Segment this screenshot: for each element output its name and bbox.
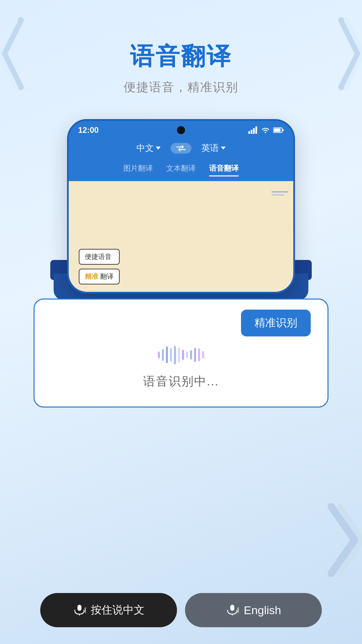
page-subtitle: 便捷语音，精准识别 — [0, 79, 362, 96]
phone-mockup-container: 12:00 — [44, 119, 318, 293]
battery-icon — [273, 127, 284, 133]
page-title: 语音翻译 — [0, 40, 362, 72]
svg-point-4 — [265, 132, 266, 133]
svg-rect-2 — [253, 128, 255, 134]
lang-from-button[interactable]: 中文 — [136, 142, 161, 154]
phone-frame: 12:00 — [67, 119, 295, 293]
status-bar: 12:00 — [69, 121, 293, 138]
svg-rect-21 — [77, 605, 81, 611]
bottom-buttons-container: 按住说中文 English — [0, 593, 362, 627]
svg-rect-3 — [255, 126, 257, 134]
tabs-bar: 图片翻译 文本翻译 语音翻译 — [69, 159, 293, 181]
svg-rect-7 — [274, 128, 281, 132]
speech-bubbles: 便捷语音 精准 翻译 — [79, 249, 120, 284]
tab-text-translate[interactable]: 文本翻译 — [166, 161, 196, 176]
svg-rect-0 — [248, 131, 250, 134]
tab-voice-translate[interactable]: 语音翻译 — [209, 161, 239, 176]
recognition-bubble-container: 精准识别 — [51, 310, 311, 336]
chevron-right-top-icon — [338, 17, 362, 91]
signal-icon — [248, 126, 258, 134]
phone-screen-content: 便捷语音 精准 翻译 — [69, 181, 293, 293]
chevron-right-bottom-icon — [328, 503, 362, 577]
status-time: 12:00 — [78, 125, 99, 135]
person-illustration — [196, 287, 290, 293]
bubble-1: 便捷语音 — [79, 249, 120, 265]
mic-zh-icon — [73, 604, 86, 616]
voice-en-button[interactable]: English — [185, 593, 322, 627]
waveform-display — [51, 345, 311, 365]
mic-en-icon — [226, 604, 239, 616]
lang-to-arrow-icon — [221, 147, 226, 150]
camera-notch — [177, 126, 185, 134]
svg-rect-1 — [251, 130, 252, 134]
bubble-2-highlight: 精准 — [85, 273, 98, 280]
recognition-tag: 精准识别 — [241, 310, 311, 336]
wifi-icon — [261, 127, 270, 133]
swap-icon — [176, 145, 186, 152]
lang-from-arrow-icon — [156, 147, 161, 150]
voice-status-text: 语音识别中... — [51, 373, 311, 390]
bubble-2: 精准 翻译 — [79, 269, 120, 284]
page-header: 语音翻译 便捷语音，精准识别 — [0, 0, 362, 109]
svg-rect-6 — [282, 129, 284, 131]
voice-recognition-panel: 精准识别 语音识别中... — [34, 299, 328, 408]
svg-rect-23 — [230, 605, 234, 611]
waveform-deco — [272, 191, 288, 196]
tab-image-translate[interactable]: 图片翻译 — [123, 161, 153, 176]
voice-zh-button[interactable]: 按住说中文 — [40, 593, 177, 627]
swap-lang-button[interactable] — [171, 143, 191, 154]
chevron-left-top-icon — [0, 17, 24, 91]
lang-to-button[interactable]: 英语 — [201, 142, 226, 154]
lang-bar: 中文 英语 — [69, 138, 293, 159]
status-icons — [248, 126, 284, 134]
